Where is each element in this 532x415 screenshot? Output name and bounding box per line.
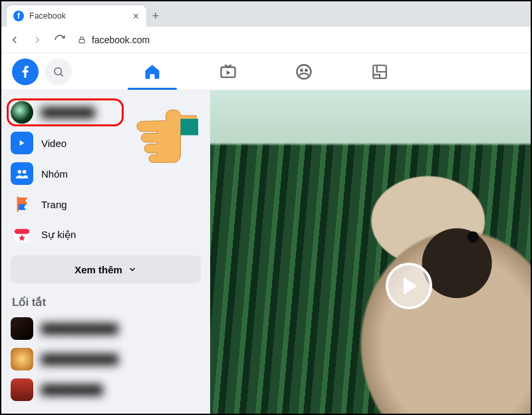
play-button[interactable] (386, 263, 432, 309)
sidebar-item-label: Trang (41, 199, 67, 210)
shortcut-thumbnail (11, 348, 33, 370)
svg-point-4 (300, 69, 303, 72)
sidebar-profile-link[interactable]: ███████ (5, 97, 206, 128)
svg-rect-0 (79, 39, 84, 43)
nav-watch[interactable] (200, 53, 257, 90)
svg-point-3 (297, 65, 311, 78)
shortcut-label: ██████████ (41, 354, 118, 365)
shortcut-item[interactable]: ██████████ (5, 313, 206, 344)
feed-video-post[interactable] (210, 90, 531, 415)
lock-icon (77, 35, 86, 45)
center-nav (124, 53, 408, 90)
left-sidebar: ███████ Video Nhóm Trang Sự kiện (1, 90, 210, 415)
browser-tab-strip: f Facebook ✕ + (1, 1, 531, 27)
sidebar-item-label: Nhóm (41, 168, 68, 180)
reload-button[interactable] (52, 32, 68, 48)
back-button[interactable] (7, 32, 23, 48)
feed-area (210, 90, 531, 415)
svg-point-1 (55, 68, 62, 75)
shortcut-item[interactable]: ██████████ (5, 344, 206, 374)
profile-avatar (11, 101, 33, 124)
sidebar-item-groups[interactable]: Nhóm (5, 158, 206, 189)
video-icon (11, 132, 33, 154)
play-icon (404, 277, 417, 295)
nav-groups[interactable] (275, 53, 332, 90)
nav-home[interactable] (124, 53, 181, 90)
shortcuts-heading: Lối tắt (12, 295, 200, 309)
svg-point-5 (305, 69, 308, 72)
svg-point-7 (18, 170, 21, 174)
see-more-label: Xem thêm (74, 264, 122, 275)
forward-button[interactable] (29, 32, 45, 48)
browser-toolbar: facebook.com (1, 27, 531, 53)
search-button[interactable] (45, 59, 72, 85)
chevron-down-icon (128, 265, 137, 274)
address-bar[interactable]: facebook.com (77, 35, 150, 45)
gaming-icon (371, 63, 388, 80)
facebook-logo[interactable] (12, 59, 39, 85)
shortcut-thumbnail (11, 378, 33, 401)
pages-icon (11, 193, 33, 215)
svg-rect-10 (15, 229, 30, 234)
groups-icon (295, 63, 313, 81)
shortcut-label: ████████ (41, 384, 103, 396)
tab-title: Facebook (29, 11, 66, 21)
watch-icon (219, 63, 237, 81)
close-tab-icon[interactable]: ✕ (132, 11, 140, 21)
svg-point-8 (23, 170, 26, 174)
sidebar-item-label: Sự kiện (41, 229, 76, 241)
shortcut-thumbnail (11, 317, 33, 340)
url-text: facebook.com (92, 35, 150, 45)
facebook-favicon: f (13, 11, 24, 21)
new-tab-button[interactable]: + (146, 5, 165, 27)
nav-gaming[interactable] (351, 53, 408, 90)
facebook-header (1, 53, 531, 90)
profile-name: ███████ (41, 107, 95, 118)
sidebar-item-label: Video (41, 138, 66, 149)
sidebar-item-pages[interactable]: Trang (5, 189, 206, 219)
video-thumbnail (210, 90, 531, 415)
events-icon (11, 223, 33, 246)
shortcut-item[interactable]: ████████ (5, 374, 206, 405)
sidebar-item-events[interactable]: Sự kiện (5, 219, 206, 250)
shortcut-label: ██████████ (41, 323, 118, 335)
sidebar-item-video[interactable]: Video (5, 128, 206, 158)
groups-sidebar-icon (11, 162, 33, 185)
browser-tab-active[interactable]: f Facebook ✕ (7, 5, 146, 27)
sidebar-see-more[interactable]: Xem thêm (11, 255, 201, 283)
home-icon (143, 63, 162, 81)
